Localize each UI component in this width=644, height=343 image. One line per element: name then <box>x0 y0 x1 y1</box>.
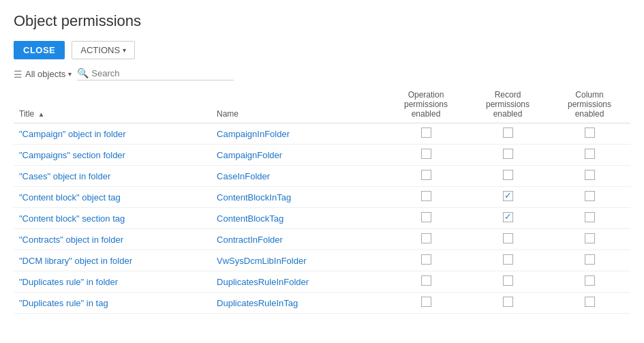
page-title: Object permissions <box>14 12 630 30</box>
row-title[interactable]: "Duplicates rule" in tag <box>14 293 211 314</box>
table-body: "Campaign" object in folderCampaignInFol… <box>14 123 630 314</box>
record-checkbox[interactable] <box>503 233 513 243</box>
record-checkbox[interactable] <box>503 275 513 286</box>
column-checkbox[interactable] <box>585 275 595 286</box>
row-name[interactable]: ContentBlockTag <box>211 208 385 229</box>
table-row: "Campaign" object in folderCampaignInFol… <box>14 123 630 145</box>
row-title[interactable]: "Campaign" object in folder <box>14 123 211 145</box>
row-operation-checkbox-cell <box>385 250 467 271</box>
operation-checkbox[interactable] <box>421 275 431 286</box>
table-header: Title ▲ Name Operation permissions enabl… <box>14 86 630 123</box>
col-header-record: Record permissions enabled <box>467 86 549 123</box>
row-name[interactable]: CaseInFolder <box>211 166 385 187</box>
row-column-checkbox-cell <box>549 166 630 187</box>
column-checkbox[interactable] <box>585 170 595 180</box>
row-record-checkbox-cell <box>467 187 549 208</box>
record-checkbox[interactable] <box>503 170 513 180</box>
row-column-checkbox-cell <box>549 123 630 145</box>
row-title[interactable]: "DCM library" object in folder <box>14 250 211 271</box>
row-record-checkbox-cell <box>467 123 549 145</box>
row-name[interactable]: CampaignFolder <box>211 145 385 166</box>
row-record-checkbox-cell <box>467 250 549 271</box>
table-row: "Content block" section tagContentBlockT… <box>14 208 630 229</box>
col-header-operation: Operation permissions enabled <box>385 86 467 123</box>
row-column-checkbox-cell <box>549 271 630 293</box>
row-name[interactable]: DuplicatesRuleInTag <box>211 293 385 314</box>
row-column-checkbox-cell <box>549 187 630 208</box>
record-checkbox[interactable] <box>503 212 513 222</box>
operation-checkbox[interactable] <box>421 128 431 138</box>
column-checkbox[interactable] <box>585 191 595 201</box>
row-column-checkbox-cell <box>549 145 630 166</box>
record-checkbox[interactable] <box>503 128 513 138</box>
operation-checkbox[interactable] <box>421 254 431 265</box>
column-checkbox[interactable] <box>585 254 595 265</box>
row-column-checkbox-cell <box>549 208 630 229</box>
table-row: "Contracts" object in folderContractInFo… <box>14 229 630 250</box>
col-header-column: Column permissions enabled <box>549 86 630 123</box>
search-icon: 🔍 <box>77 68 89 78</box>
row-title[interactable]: "Duplicates rule" in folder <box>14 271 211 293</box>
sort-icon: ▲ <box>38 110 45 118</box>
operation-checkbox[interactable] <box>421 191 431 201</box>
record-checkbox[interactable] <box>503 191 513 201</box>
record-checkbox[interactable] <box>503 297 513 307</box>
column-checkbox[interactable] <box>585 297 595 307</box>
menu-icon: ☰ <box>14 69 22 80</box>
operation-checkbox[interactable] <box>421 170 431 180</box>
all-objects-button[interactable]: ☰ All objects ▾ <box>14 69 72 80</box>
col-header-name: Name <box>211 86 385 123</box>
col-header-title: Title ▲ <box>14 86 211 123</box>
row-name[interactable]: CampaignInFolder <box>211 123 385 145</box>
row-name[interactable]: ContentBlockInTag <box>211 187 385 208</box>
table-row: "Duplicates rule" in tagDuplicatesRuleIn… <box>14 293 630 314</box>
actions-button[interactable]: ACTIONS ▾ <box>72 41 135 59</box>
row-operation-checkbox-cell <box>385 229 467 250</box>
row-record-checkbox-cell <box>467 229 549 250</box>
record-checkbox[interactable] <box>503 254 513 265</box>
all-objects-label: All objects <box>25 69 65 79</box>
row-title[interactable]: "Campaigns" section folder <box>14 145 211 166</box>
row-title[interactable]: "Cases" object in folder <box>14 166 211 187</box>
row-operation-checkbox-cell <box>385 123 467 145</box>
row-title[interactable]: "Content block" section tag <box>14 208 211 229</box>
row-record-checkbox-cell <box>467 208 549 229</box>
record-checkbox[interactable] <box>503 149 513 159</box>
table-row: "Duplicates rule" in folderDuplicatesRul… <box>14 271 630 293</box>
row-operation-checkbox-cell <box>385 187 467 208</box>
chevron-down-icon: ▾ <box>123 46 126 54</box>
toolbar: CLOSE ACTIONS ▾ <box>14 41 630 59</box>
actions-label: ACTIONS <box>80 45 120 55</box>
row-record-checkbox-cell <box>467 271 549 293</box>
row-operation-checkbox-cell <box>385 271 467 293</box>
operation-checkbox[interactable] <box>421 297 431 307</box>
operation-checkbox[interactable] <box>421 212 431 222</box>
operation-checkbox[interactable] <box>421 149 431 159</box>
row-record-checkbox-cell <box>467 145 549 166</box>
close-button[interactable]: CLOSE <box>14 41 65 59</box>
row-name[interactable]: VwSysDcmLibInFolder <box>211 250 385 271</box>
row-title[interactable]: "Content block" object tag <box>14 187 211 208</box>
column-checkbox[interactable] <box>585 128 595 138</box>
row-operation-checkbox-cell <box>385 208 467 229</box>
chevron-down-icon: ▾ <box>68 70 72 78</box>
table-row: "Content block" object tagContentBlockIn… <box>14 187 630 208</box>
row-name[interactable]: ContractInFolder <box>211 229 385 250</box>
row-operation-checkbox-cell <box>385 293 467 314</box>
column-checkbox[interactable] <box>585 212 595 222</box>
row-record-checkbox-cell <box>467 166 549 187</box>
row-title[interactable]: "Contracts" object in folder <box>14 229 211 250</box>
column-checkbox[interactable] <box>585 149 595 159</box>
table-row: "Campaigns" section folderCampaignFolder <box>14 145 630 166</box>
column-checkbox[interactable] <box>585 233 595 243</box>
row-name[interactable]: DuplicatesRuleInFolder <box>211 271 385 293</box>
page-container: Object permissions CLOSE ACTIONS ▾ ☰ All… <box>0 0 644 320</box>
row-record-checkbox-cell <box>467 293 549 314</box>
filter-bar: ☰ All objects ▾ 🔍 <box>14 68 630 80</box>
row-column-checkbox-cell <box>549 229 630 250</box>
search-input[interactable] <box>91 68 228 78</box>
row-operation-checkbox-cell <box>385 145 467 166</box>
operation-checkbox[interactable] <box>421 233 431 243</box>
permissions-table: Title ▲ Name Operation permissions enabl… <box>14 86 630 314</box>
row-operation-checkbox-cell <box>385 166 467 187</box>
